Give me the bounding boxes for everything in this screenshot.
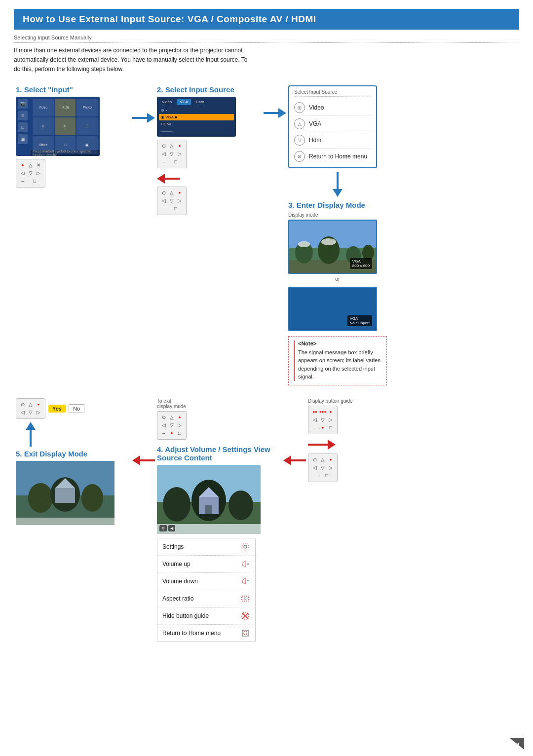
or-separator: or bbox=[288, 276, 387, 282]
up-arrow-area bbox=[16, 422, 130, 447]
source-item-hdmi: ▽ Hdmi bbox=[294, 132, 371, 149]
step2-number: 2. bbox=[157, 85, 163, 94]
remote-control-1: ●△✕ ◁▽▷ –□ bbox=[16, 159, 45, 188]
step4-number: 4. bbox=[157, 445, 163, 454]
menu-aspect-ratio: Aspect ratio bbox=[157, 590, 255, 607]
arrow-4-to-5 bbox=[132, 396, 155, 465]
step1-title: Select "Input" bbox=[24, 85, 73, 94]
remote-below-red: ⊙△● ◁▽▷ –□ bbox=[308, 454, 353, 484]
cell-photo: Photo bbox=[76, 99, 98, 116]
volume-up-label: Volume up bbox=[162, 561, 190, 567]
page-num-text: 19 bbox=[509, 743, 524, 751]
up-arrow-icon bbox=[26, 422, 36, 447]
aspect-ratio-icon bbox=[240, 594, 250, 604]
svg-point-11 bbox=[28, 483, 53, 513]
svg-marker-30 bbox=[242, 578, 245, 584]
yes-no-area: ⊙△● ◁▽▷ Yes No bbox=[16, 398, 130, 419]
source-panel-title: Select Input Source bbox=[294, 89, 371, 97]
vga-badge: VGA800 x 600 bbox=[350, 258, 372, 269]
hide-guide-label: Hide button guide bbox=[162, 612, 209, 619]
settings-icon bbox=[240, 542, 250, 552]
cell-right: 🎵 bbox=[76, 117, 98, 135]
svg-point-26 bbox=[244, 545, 247, 548]
tab-video: Video bbox=[159, 99, 175, 105]
step4-winter-scene: ⚙ ◀ bbox=[157, 465, 261, 534]
source-panel-container: Select Input Source ◎ Video △ VGA ▽ Hdmi bbox=[286, 83, 389, 387]
source-video-label: Video bbox=[309, 104, 324, 111]
return-home-icon bbox=[240, 628, 250, 638]
svg-rect-38 bbox=[244, 632, 247, 635]
step3-number: 3. bbox=[288, 201, 295, 209]
step3-title: Enter Display Mode bbox=[297, 201, 365, 209]
red-left-arrow bbox=[157, 174, 180, 184]
row2: ⊙△● ◁▽▷ Yes No bbox=[14, 396, 519, 644]
step1-screen-mock: 📷 ≡ □ ▣ Video Multi Photo ⊙ ⊙ 🎵 Office □ bbox=[16, 97, 100, 156]
page-num-value: 19 bbox=[513, 742, 519, 748]
display-mode-label: Display mode bbox=[288, 212, 387, 218]
source-vga-label: VGA bbox=[309, 120, 321, 127]
svg-rect-32 bbox=[242, 596, 249, 601]
page-number-icon: 19 bbox=[509, 738, 524, 750]
menu-return-home: Return to Home menu bbox=[157, 625, 255, 642]
hdmi-source-icon: ▽ bbox=[294, 135, 305, 146]
step4-label: 4. Adjust Volume / Settings View Source … bbox=[157, 445, 281, 462]
remote-control-4: ⊙△● ◁▽▷ –●□ bbox=[157, 411, 187, 440]
step5-title: Exit Display Mode bbox=[24, 450, 87, 458]
source-item-home: ⊡ Return to Home menu bbox=[294, 149, 371, 164]
cell-video: Video bbox=[33, 99, 54, 116]
vga-row-3: ——— bbox=[159, 128, 234, 134]
page-wrapper: How to Use External Input Source: VGA / … bbox=[0, 0, 533, 664]
step4-remote-area: ⊙△● ◁▽▷ –●□ bbox=[157, 411, 281, 441]
to-exit-label: To exitdisplay mode bbox=[157, 398, 281, 409]
step1-remote-area: ●△✕ ◁▽▷ –□ bbox=[16, 159, 130, 188]
cell-cam: ⊙ bbox=[33, 117, 54, 135]
settings-svg-icon bbox=[241, 542, 250, 551]
no-support-text: VGANo Support bbox=[350, 316, 370, 325]
hide-guide-icon bbox=[240, 611, 250, 621]
control-icon-1: ⚙ bbox=[159, 525, 167, 531]
cell-multi: Multi bbox=[55, 99, 76, 116]
svg-point-13 bbox=[81, 484, 103, 512]
step2-title: Select Input Source bbox=[165, 85, 234, 94]
page-title: How to Use External Input Source: VGA / … bbox=[23, 14, 510, 25]
exit-scene-svg bbox=[16, 461, 114, 525]
step2-label: 2. Select Input Source bbox=[157, 85, 262, 94]
menu-volume-up: Volume up ▲ bbox=[157, 556, 255, 573]
source-item-video: ◎ Video bbox=[294, 100, 371, 116]
volume-down-svg: ▼ bbox=[241, 577, 250, 586]
vga-row-1: ⊙ • bbox=[159, 107, 234, 113]
note-box: <Note> The signal message box briefly ap… bbox=[288, 336, 387, 385]
note-content: <Note> The signal message box briefly ap… bbox=[298, 340, 381, 381]
menu-settings: Settings bbox=[157, 538, 255, 556]
svg-point-19 bbox=[163, 487, 190, 522]
exit-label-text: To exitdisplay mode bbox=[157, 398, 186, 409]
svg-text:▼: ▼ bbox=[246, 579, 250, 582]
remote-control-3: ⊙△● ◁▽▷ –□ bbox=[157, 187, 187, 215]
step4-title: Adjust Volume / Settings View Source Con… bbox=[157, 445, 270, 462]
yes-button[interactable]: Yes bbox=[48, 405, 66, 413]
winter-svg bbox=[157, 465, 261, 534]
remote-control-5: ⊙△● ◁▽▷ –□ bbox=[308, 454, 338, 482]
vga-row-hdmi: HDMi bbox=[159, 121, 234, 127]
vga-top-bar: Video VGA Both bbox=[159, 99, 234, 105]
step3-label: 3. Enter Display Mode bbox=[288, 201, 387, 209]
scene-controls: ⚙ ◀ bbox=[159, 525, 175, 531]
remote-yes-no: ⊙△● ◁▽▷ bbox=[16, 398, 45, 419]
step1-label: 1. Select "Input" bbox=[16, 85, 130, 94]
projector-icon-4: ▣ bbox=[18, 134, 28, 144]
video-source-icon: ◎ bbox=[294, 102, 305, 113]
left-arrow-2-icon bbox=[283, 455, 306, 465]
remote-control-display: ●●●●●● ◁▽▷ –●□ bbox=[308, 406, 338, 434]
cell-center: ⊙ bbox=[55, 117, 76, 135]
projector-icon-1: 📷 bbox=[18, 99, 28, 109]
projector-main-area: Video Multi Photo ⊙ ⊙ 🎵 Office □ ▣ bbox=[31, 97, 100, 156]
no-button[interactable]: No bbox=[69, 404, 84, 413]
display-guide-text: Display button guide bbox=[308, 398, 353, 404]
display-button-remote: ●●●●●● ◁▽▷ –●□ bbox=[308, 406, 353, 436]
right-arrow-icon bbox=[132, 113, 155, 123]
vga-source-icon: △ bbox=[294, 118, 305, 129]
exit-scene-image bbox=[16, 461, 114, 525]
red-right-arrow-area bbox=[308, 440, 353, 450]
svg-rect-25 bbox=[205, 505, 212, 514]
arrow-1-to-2 bbox=[132, 83, 155, 123]
